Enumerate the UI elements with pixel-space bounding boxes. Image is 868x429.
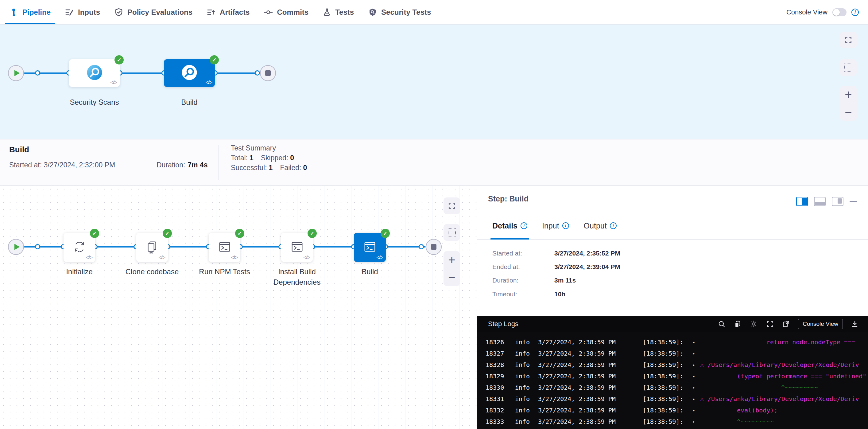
test-stat-label: Skipped:	[261, 154, 288, 162]
log-time: [18:38:59]:	[643, 416, 683, 427]
logs-open-external-icon[interactable]	[782, 320, 790, 328]
fullscreen-icon	[844, 36, 852, 44]
step-canvas-fullscreen-button[interactable]	[443, 197, 460, 214]
panel-tab-label: Input	[542, 221, 559, 230]
log-expand-arrow[interactable]: ▸	[692, 337, 695, 348]
connector-port	[35, 70, 40, 75]
log-expand-arrow[interactable]: ▸	[692, 371, 695, 382]
stage-node-build[interactable]: ✓</>	[164, 59, 215, 87]
security-tests-icon	[368, 8, 377, 17]
log-line: 18328info3/27/2024, 2:38:59 PM[18:38:59]…	[477, 359, 868, 371]
terminal-icon	[218, 240, 232, 255]
info-icon[interactable]: i	[562, 222, 569, 229]
log-line-number: 18326	[486, 337, 504, 348]
test-stat: Skipped:0	[261, 154, 301, 162]
step-canvas-select-button[interactable]	[443, 224, 460, 241]
logs-search-icon[interactable]	[718, 320, 725, 328]
tab-label: Security Tests	[381, 8, 431, 17]
log-time: [18:38:59]:	[643, 359, 683, 371]
zoom-out-button[interactable]: −	[448, 271, 455, 283]
log-level: info	[515, 371, 530, 382]
log-line-number: 18331	[486, 393, 504, 405]
connector-port	[35, 244, 40, 249]
tab-tests[interactable]: Tests	[322, 0, 354, 24]
tab-commits[interactable]: Commits	[264, 0, 308, 24]
log-time: [18:38:59]:	[643, 382, 683, 393]
log-expand-arrow[interactable]: ▸	[692, 382, 695, 393]
stage-canvas-select-button[interactable]	[840, 59, 857, 76]
logs-fullscreen-icon[interactable]	[766, 320, 774, 328]
tab-artifacts[interactable]: Artifacts	[207, 0, 250, 24]
logs-copy-icon[interactable]	[734, 320, 742, 328]
tab-policy-evaluations[interactable]: Policy Evaluations	[114, 0, 192, 24]
connector-line	[24, 72, 260, 74]
layout-bottom-split-icon[interactable]	[814, 197, 826, 206]
detail-value: 3/27/2024, 2:35:52 PM	[554, 250, 620, 257]
zoom-in-button[interactable]: +	[448, 254, 455, 266]
step-logs-header: Step Logs Conso	[477, 316, 868, 332]
logs-settings-icon[interactable]	[749, 320, 758, 328]
panel-tab-label: Details	[492, 221, 518, 230]
logs-download-icon[interactable]	[851, 320, 859, 328]
stage-graph-canvas[interactable]: ✓</>Security Scans✓</>Build + −	[0, 25, 868, 139]
log-content: ⚠ /Users/anka/Library/Developer/Xcode/De…	[700, 393, 859, 405]
tab-label: Inputs	[78, 8, 100, 17]
test-stat-value: 0	[290, 154, 294, 162]
tab-label: Pipeline	[22, 8, 51, 17]
step-node-initialize[interactable]: ✓</>	[64, 233, 95, 262]
log-level: info	[515, 382, 530, 393]
tab-pipeline[interactable]: Pipeline	[9, 0, 51, 24]
tab-inputs[interactable]: Inputs	[65, 0, 100, 24]
detail-value: 3/27/2024, 2:39:04 PM	[554, 263, 620, 270]
console-view-toggle[interactable]	[832, 8, 846, 16]
layout-right-split-icon[interactable]	[796, 197, 808, 206]
step-node-install-build-dependencies[interactable]: ✓</>	[281, 233, 313, 262]
summary-duration: Duration:7m 4s	[157, 161, 208, 169]
log-time: [18:38:59]:	[643, 337, 683, 348]
log-expand-arrow[interactable]: ▸	[692, 348, 695, 359]
log-line: 18332info3/27/2024, 2:38:59 PM[18:38:59]…	[477, 405, 868, 416]
log-level: info	[515, 416, 530, 427]
layout-floating-icon[interactable]	[832, 197, 843, 206]
step-node-clone-codebase[interactable]: ✓</>	[136, 233, 168, 262]
test-summary: Test Summary Total:1Skipped:0 Successful…	[231, 143, 314, 173]
log-expand-arrow[interactable]: ▸	[692, 405, 695, 416]
step-node-build[interactable]: ✓</>	[354, 233, 386, 262]
stage-node-security-scans[interactable]: ✓</>	[69, 59, 120, 87]
log-time: [18:38:59]:	[643, 405, 683, 416]
pipeline-execution-page: PipelineInputsPolicy EvaluationsArtifact…	[0, 0, 868, 429]
test-stat-value: 1	[250, 154, 253, 162]
zoom-out-button[interactable]: −	[845, 106, 852, 118]
info-icon[interactable]: i	[521, 222, 527, 229]
console-view-label: Console View	[786, 8, 828, 16]
stage-canvas-fullscreen-button[interactable]	[840, 32, 857, 48]
zoom-in-button[interactable]: +	[845, 88, 852, 101]
logs-console-view-button[interactable]: Console View	[798, 319, 843, 329]
tab-label: Policy Evaluations	[127, 8, 192, 17]
log-date: 3/27/2024, 2:38:59 PM	[538, 405, 616, 416]
step-panel-title: Step: Build	[488, 194, 529, 203]
step-node-label: Initialize	[41, 267, 118, 277]
step-logs-body[interactable]: 18326info3/27/2024, 2:38:59 PM[18:38:59]…	[477, 333, 868, 429]
panel-tab-details[interactable]: Detailsi	[492, 212, 527, 239]
log-date: 3/27/2024, 2:38:59 PM	[538, 371, 616, 382]
step-node-run-npm-tests[interactable]: ✓</>	[209, 233, 240, 262]
info-icon[interactable]: i	[610, 222, 617, 229]
info-icon[interactable]: i	[851, 9, 859, 16]
panel-tab-input[interactable]: Inputi	[542, 212, 569, 239]
panel-minimize-button[interactable]	[849, 201, 857, 202]
log-expand-arrow[interactable]: ▸	[692, 416, 695, 427]
log-level: info	[515, 337, 530, 348]
graph-end-node	[260, 65, 276, 81]
log-expand-arrow[interactable]: ▸	[692, 393, 695, 405]
step-graph-canvas[interactable]: ✓</>Initialize✓</>Clone codebase✓</>Run …	[0, 186, 477, 429]
toggle-knob	[833, 9, 840, 16]
log-expand-arrow[interactable]: ▸	[692, 359, 695, 371]
panel-tab-output[interactable]: Outputi	[584, 212, 617, 239]
log-time: [18:38:59]:	[643, 348, 683, 359]
log-content: (typeof performance === "undefined"	[737, 371, 866, 382]
success-badge: ✓	[163, 229, 172, 238]
log-content: ^~~~~~~~~~	[781, 382, 818, 393]
tab-security-tests[interactable]: Security Tests	[368, 0, 431, 24]
detail-label: Ended at:	[492, 262, 554, 272]
